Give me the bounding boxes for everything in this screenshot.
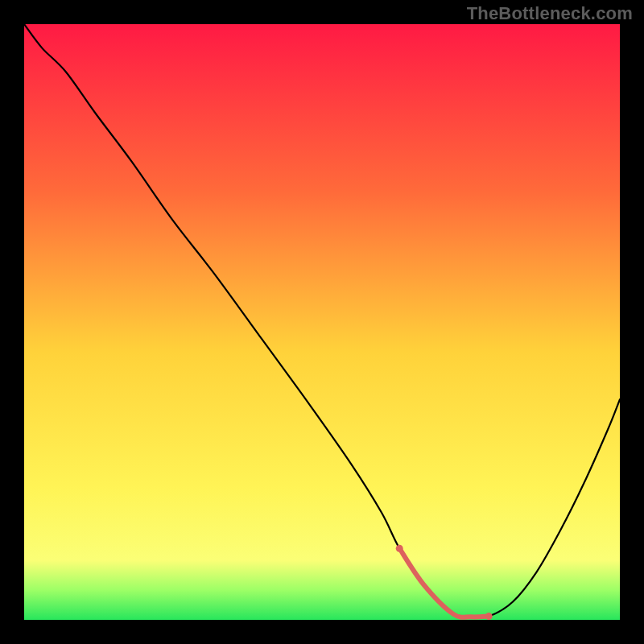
bottleneck-chart	[24, 24, 620, 620]
watermark-text: TheBottleneck.com	[467, 3, 633, 24]
highlight-start-dot	[396, 545, 403, 552]
plot-area	[24, 24, 620, 620]
chart-frame: TheBottleneck.com	[0, 0, 644, 644]
highlight-end-dot	[485, 613, 493, 620]
gradient-bg	[24, 24, 620, 620]
